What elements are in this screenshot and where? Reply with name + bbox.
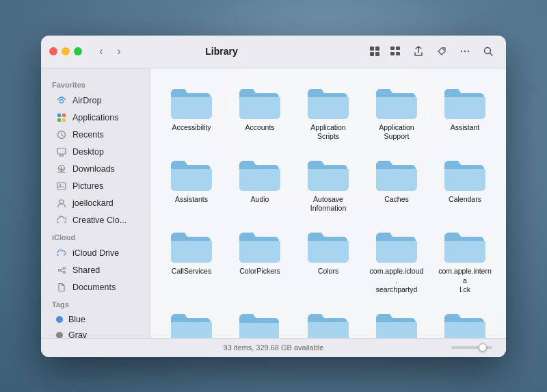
sidebar-item-icloud-drive[interactable]: iCloud Drive — [45, 245, 146, 261]
file-item-row4-2[interactable] — [227, 304, 293, 338]
file-item-autosave[interactable]: AutosaveInformation — [295, 151, 361, 218]
file-item-caches[interactable]: Caches — [364, 151, 429, 218]
file-label: Accounts — [245, 123, 274, 133]
folder-icon — [170, 227, 213, 264]
file-item-com-internal[interactable]: com.apple.internal.ck — [432, 223, 498, 299]
zoom-slider[interactable] — [451, 346, 492, 349]
file-grid: Accessibility Accounts — [159, 79, 498, 338]
sidebar-item-downloads[interactable]: Downloads — [45, 161, 146, 177]
svg-rect-5 — [396, 47, 400, 50]
recents-icon — [56, 129, 67, 140]
file-item-accessibility[interactable]: Accessibility — [159, 79, 224, 146]
sidebar-item-label: AirDrop — [72, 96, 101, 105]
content-area: Favorites AirDrop — [41, 68, 506, 338]
maximize-button[interactable] — [74, 47, 82, 55]
folder-icon — [306, 83, 350, 120]
svg-line-33 — [60, 270, 63, 271]
file-label: Accessibility — [172, 123, 211, 133]
svg-point-10 — [464, 51, 466, 52]
icloud-drive-icon — [56, 248, 67, 259]
file-item-row4-5[interactable] — [432, 304, 498, 338]
folder-icon — [306, 227, 350, 264]
svg-rect-3 — [375, 52, 379, 56]
sidebar-item-documents[interactable]: Documents — [45, 279, 146, 296]
file-item-assistants[interactable]: Assistants — [159, 151, 224, 218]
file-item-colors[interactable]: Colors — [295, 223, 361, 299]
file-item-accounts[interactable]: Accounts — [227, 79, 293, 146]
titlebar: ‹ › Library — [41, 36, 506, 68]
folder-icon — [170, 309, 213, 338]
sidebar-item-label: Creative Clo... — [72, 215, 126, 225]
svg-rect-18 — [62, 118, 66, 122]
sidebar: Favorites AirDrop — [41, 68, 150, 338]
svg-rect-0 — [370, 47, 374, 51]
file-area: Accessibility Accounts — [150, 68, 506, 338]
minimize-button[interactable] — [62, 47, 70, 55]
shared-icon — [56, 265, 67, 276]
favorites-label: Favorites — [41, 77, 150, 92]
file-item-com-icloud[interactable]: com.apple.icloud.searchpartyd — [364, 223, 429, 299]
file-item-row4-3[interactable] — [295, 304, 361, 338]
file-label: Audio — [251, 195, 269, 205]
file-label: ApplicationSupport — [379, 123, 414, 142]
sidebar-item-label: Shared — [72, 265, 100, 275]
file-item-audio[interactable]: Audio — [227, 151, 293, 218]
statusbar-wrapper: 93 items, 329.68 GB available — [41, 343, 506, 352]
svg-point-30 — [64, 267, 66, 269]
sidebar-item-joellockard[interactable]: joellockard — [45, 195, 146, 211]
sidebar-item-pictures[interactable]: Pictures — [45, 178, 146, 194]
sidebar-item-label: Pictures — [72, 181, 103, 191]
folder-icon — [238, 309, 282, 338]
folder-icon — [443, 227, 487, 264]
documents-icon — [56, 282, 67, 293]
sidebar-item-label: Gray — [68, 330, 87, 338]
sidebar-item-recents[interactable]: Recents — [45, 127, 146, 143]
tags-label: Tags — [41, 296, 150, 311]
sidebar-item-desktop[interactable]: Desktop — [45, 144, 146, 160]
grid-view-button[interactable] — [365, 42, 384, 61]
file-item-colorpickers[interactable]: ColorPickers — [227, 223, 293, 299]
file-item-application-support[interactable]: ApplicationSupport — [364, 79, 429, 146]
applications-icon — [56, 112, 67, 123]
folder-icon — [306, 155, 350, 192]
slider-track — [451, 346, 492, 349]
icloud-label: iCloud — [41, 229, 150, 244]
svg-rect-7 — [396, 52, 400, 55]
tag-button[interactable] — [432, 42, 451, 61]
sidebar-item-label: Downloads — [72, 164, 115, 174]
file-item-callservices[interactable]: CallServices — [159, 223, 224, 299]
close-button[interactable] — [49, 47, 57, 55]
sidebar-item-shared[interactable]: Shared — [45, 262, 146, 278]
list-view-button[interactable] — [386, 42, 405, 61]
file-item-application-scripts[interactable]: ApplicationScripts — [295, 79, 361, 146]
share-button[interactable] — [409, 42, 428, 61]
sidebar-item-applications[interactable]: Applications — [45, 109, 146, 126]
sidebar-item-airdrop[interactable]: AirDrop — [45, 92, 146, 109]
file-item-assistant[interactable]: Assistant — [432, 79, 498, 146]
file-label: Assistant — [451, 123, 480, 133]
file-label: com.apple.internal.ck — [438, 267, 492, 295]
svg-point-29 — [59, 269, 61, 271]
cloud-icon — [56, 215, 67, 226]
svg-rect-20 — [57, 148, 66, 154]
status-text: 93 items, 329.68 GB available — [224, 343, 324, 352]
more-button[interactable] — [455, 42, 475, 61]
search-button[interactable] — [479, 42, 498, 61]
svg-point-28 — [59, 200, 64, 204]
view-switcher — [365, 42, 405, 61]
sidebar-item-creative-cloud[interactable]: Creative Clo... — [45, 212, 146, 228]
svg-rect-15 — [57, 114, 61, 117]
file-item-calendars[interactable]: Calendars — [432, 151, 498, 218]
sidebar-item-blue-tag[interactable]: Blue — [45, 312, 146, 327]
folder-icon — [443, 83, 487, 120]
file-item-row4-4[interactable] — [364, 304, 429, 338]
folder-icon — [375, 309, 418, 338]
file-label: com.apple.icloud.searchpartyd — [369, 267, 424, 295]
file-item-row4-1[interactable] — [159, 304, 224, 338]
svg-point-8 — [443, 49, 444, 51]
sidebar-item-gray-tag[interactable]: Gray — [45, 328, 146, 338]
blue-tag-dot — [56, 316, 63, 323]
finder-window: ‹ › Library — [41, 36, 506, 357]
file-label: CallServices — [172, 267, 211, 276]
folder-icon — [238, 83, 282, 120]
